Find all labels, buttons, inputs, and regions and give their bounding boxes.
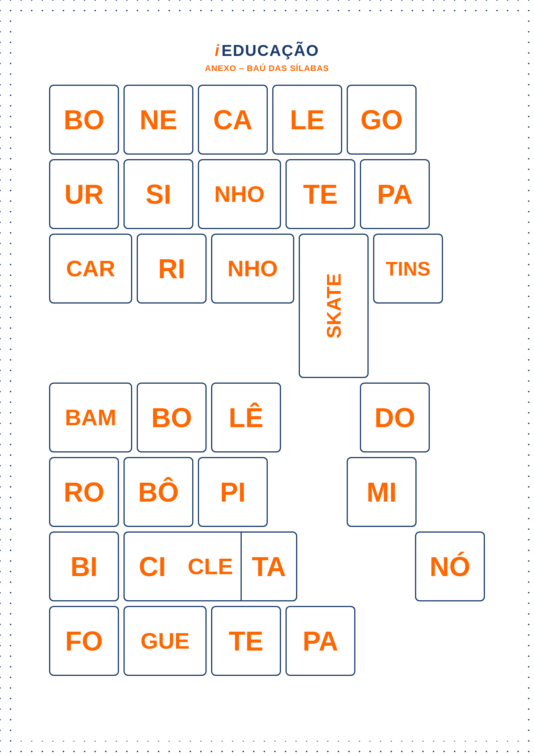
bicicleta-group: CI CLE TA xyxy=(123,531,297,601)
syllable-pa2: PA xyxy=(302,627,338,655)
card-le[interactable]: LE xyxy=(272,85,342,155)
page-subtitle: ANEXO – BAÚ DAS SÍLABAS xyxy=(49,64,485,73)
syllable-ca1: CA xyxy=(213,106,253,133)
row-2: UR SI NHO TE PA xyxy=(49,159,485,229)
syllable-skate: SKATE xyxy=(324,273,344,338)
logo-text: EDUCAÇÃO xyxy=(222,42,319,60)
syllable-le: LE xyxy=(290,106,324,133)
card-gue[interactable]: GUE xyxy=(123,606,207,676)
card-nho2[interactable]: NHO xyxy=(211,234,294,304)
syllable-ur: UR xyxy=(65,181,104,208)
syllables-grid: BO NE CA LE GO UR xyxy=(49,85,485,676)
row-1: BO NE CA LE GO xyxy=(49,85,485,155)
card-bo1[interactable]: BO xyxy=(49,85,119,155)
card-ca1[interactable]: CA xyxy=(198,85,268,155)
card-te2[interactable]: TE xyxy=(211,606,281,676)
syllable-nho1: NHO xyxy=(214,183,264,206)
syllable-te2: TE xyxy=(228,627,263,655)
syllable-mi: MI xyxy=(367,479,397,506)
card-ne[interactable]: NE xyxy=(123,85,193,155)
spacer-skate-row4 xyxy=(286,383,355,452)
logo-area: i EDUCAÇÃO xyxy=(49,42,485,60)
card-bam[interactable]: BAM xyxy=(49,383,132,452)
card-go[interactable]: GO xyxy=(347,85,417,155)
syllable-tins: TINS xyxy=(386,259,430,279)
syllable-fo: FO xyxy=(65,627,103,655)
card-bi[interactable]: BI xyxy=(49,531,119,601)
syllable-bo2: BO xyxy=(151,404,192,431)
card-no[interactable]: NÓ xyxy=(415,531,485,601)
card-skate[interactable]: SKATE xyxy=(299,234,369,378)
syllable-le2: LÊ xyxy=(228,404,263,431)
syllable-te1: TE xyxy=(303,181,338,208)
card-car[interactable]: CAR xyxy=(49,234,132,304)
syllable-ta: TA xyxy=(252,553,286,580)
syllable-si: SI xyxy=(145,181,171,208)
card-pa2[interactable]: PA xyxy=(286,606,355,676)
syllable-do: DO xyxy=(375,404,415,431)
card-pi[interactable]: PI xyxy=(198,457,268,527)
card-pa1[interactable]: PA xyxy=(360,159,430,229)
card-do[interactable]: DO xyxy=(360,383,430,452)
syllable-bi: BI xyxy=(71,553,98,580)
card-ro[interactable]: RO xyxy=(49,457,119,527)
card-nho1[interactable]: NHO xyxy=(198,159,281,229)
card-cle[interactable]: CLE xyxy=(180,531,241,601)
card-tins[interactable]: TINS xyxy=(373,234,443,304)
syllable-bo3: BÔ xyxy=(138,479,179,506)
card-mi[interactable]: MI xyxy=(347,457,417,527)
syllable-ri: RI xyxy=(158,255,185,282)
card-fo[interactable]: FO xyxy=(49,606,119,676)
row-3: CAR RI NHO SKATE TINS xyxy=(49,234,485,378)
syllable-bo1: BO xyxy=(64,106,105,133)
syllable-nho2: NHO xyxy=(227,257,278,280)
spacer-row5 xyxy=(272,457,342,527)
syllable-go: GO xyxy=(360,106,403,133)
card-te1[interactable]: TE xyxy=(286,159,355,229)
row-6: BI CI CLE TA NÓ xyxy=(49,531,485,601)
card-ta[interactable]: TA xyxy=(241,531,297,601)
syllable-ro: RO xyxy=(64,479,105,506)
card-ur[interactable]: UR xyxy=(49,159,119,229)
logo-icon: i xyxy=(215,43,219,59)
syllable-ne: NE xyxy=(139,106,177,133)
row-7: FO GUE TE PA xyxy=(49,606,485,676)
syllable-pi: PI xyxy=(220,479,245,506)
card-bo3[interactable]: BÔ xyxy=(123,457,193,527)
syllable-cle: CLE xyxy=(188,555,233,578)
syllable-no: NÓ xyxy=(430,553,471,580)
syllable-ci: CI xyxy=(139,553,166,580)
spacer-row6 xyxy=(302,531,411,601)
card-le2[interactable]: LÊ xyxy=(211,383,281,452)
syllable-pa1: PA xyxy=(377,181,413,208)
row-5: RO BÔ PI MI xyxy=(49,457,485,527)
syllable-car: CAR xyxy=(66,257,115,280)
syllable-gue: GUE xyxy=(140,630,190,652)
card-bo2[interactable]: BO xyxy=(137,383,207,452)
row-4: BAM BO LÊ DO xyxy=(49,383,485,452)
syllable-bam: BAM xyxy=(65,406,117,429)
card-ci[interactable]: CI xyxy=(123,531,180,601)
header: i EDUCAÇÃO ANEXO – BAÚ DAS SÍLABAS xyxy=(49,38,485,73)
card-ri[interactable]: RI xyxy=(137,234,207,304)
card-si[interactable]: SI xyxy=(123,159,193,229)
